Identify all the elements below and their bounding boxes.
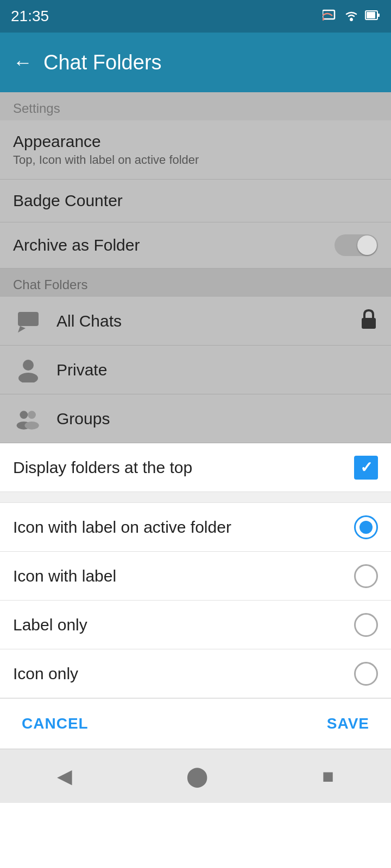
svg-point-10 xyxy=(18,373,38,382)
folder-row-all-chats[interactable]: All Chats xyxy=(0,297,391,346)
person-icon xyxy=(13,355,43,385)
cancel-button[interactable]: CANCEL xyxy=(22,715,89,732)
radio-button-1[interactable] xyxy=(354,564,378,588)
nav-back-button[interactable]: ◀ xyxy=(57,765,72,788)
display-folders-top-label: Display folders at the top xyxy=(13,458,192,477)
radio-button-2[interactable] xyxy=(354,613,378,637)
nav-home-button[interactable]: ⬤ xyxy=(186,765,208,788)
status-icons xyxy=(323,8,380,24)
radio-row-icon-only[interactable]: Icon only xyxy=(0,649,391,698)
options-area: Display folders at the top ✓ Icon with l… xyxy=(0,443,391,749)
radio-label-0: Icon with label on active folder xyxy=(13,518,231,537)
settings-area: Settings Appearance Top, Icon with label… xyxy=(0,92,391,269)
wifi-icon xyxy=(343,9,360,24)
display-folders-checkbox[interactable]: ✓ xyxy=(354,456,378,480)
badge-counter-title: Badge Counter xyxy=(13,192,123,210)
svg-point-14 xyxy=(24,421,39,429)
group-icon xyxy=(13,404,43,434)
radio-row-label-only[interactable]: Label only xyxy=(0,601,391,649)
save-button[interactable]: SAVE xyxy=(327,715,369,732)
groups-label: Groups xyxy=(56,410,378,428)
back-button[interactable]: ← xyxy=(13,51,33,74)
appearance-row[interactable]: Appearance Top, Icon with label on activ… xyxy=(0,120,391,180)
svg-rect-4 xyxy=(367,12,375,18)
battery-icon xyxy=(365,9,380,24)
svg-marker-7 xyxy=(18,326,26,333)
appearance-subtitle: Top, Icon with label on active folder xyxy=(13,153,199,167)
settings-section-label: Settings xyxy=(0,92,391,120)
toggle-thumb xyxy=(357,235,377,255)
nav-recent-button[interactable]: ■ xyxy=(322,765,334,788)
badge-counter-row[interactable]: Badge Counter xyxy=(0,180,391,222)
svg-point-11 xyxy=(20,411,28,419)
radio-label-3: Icon only xyxy=(13,665,78,683)
lock-icon xyxy=(360,308,378,334)
header: ← Chat Folders xyxy=(0,33,391,92)
status-bar: 21:35 xyxy=(0,0,391,33)
svg-point-2 xyxy=(350,18,353,21)
cast-icon xyxy=(323,8,338,24)
svg-point-9 xyxy=(23,360,34,371)
section-divider xyxy=(0,492,391,503)
all-chats-label: All Chats xyxy=(56,312,360,330)
radio-row-icon-with-label[interactable]: Icon with label xyxy=(0,552,391,601)
archive-as-folder-row[interactable]: Archive as Folder xyxy=(0,222,391,269)
chat-folders-label: Chat Folders xyxy=(0,269,391,297)
private-label: Private xyxy=(56,361,378,379)
radio-label-1: Icon with label xyxy=(13,567,116,585)
status-time: 21:35 xyxy=(11,8,49,25)
folder-row-private[interactable]: Private xyxy=(0,346,391,394)
page-title: Chat Folders xyxy=(43,51,162,74)
svg-rect-6 xyxy=(18,312,39,326)
appearance-title: Appearance xyxy=(13,132,199,151)
chat-folders-section: Chat Folders All Chats Private xyxy=(0,269,391,443)
radio-button-3[interactable] xyxy=(354,662,378,686)
checkmark-icon: ✓ xyxy=(360,458,373,476)
radio-button-0[interactable] xyxy=(354,515,378,539)
archive-toggle[interactable] xyxy=(335,234,378,256)
radio-label-2: Label only xyxy=(13,616,87,634)
folder-row-groups[interactable]: Groups xyxy=(0,394,391,443)
svg-rect-5 xyxy=(377,14,380,17)
archive-as-folder-title: Archive as Folder xyxy=(13,236,140,254)
appearance-text: Appearance Top, Icon with label on activ… xyxy=(13,132,199,167)
chat-icon xyxy=(13,306,43,336)
radio-inner-0 xyxy=(360,521,373,534)
svg-rect-8 xyxy=(362,318,376,329)
nav-bar: ◀ ⬤ ■ xyxy=(0,749,391,803)
svg-point-13 xyxy=(28,411,36,419)
radio-row-icon-with-label-active[interactable]: Icon with label on active folder xyxy=(0,503,391,552)
svg-point-1 xyxy=(323,17,324,21)
display-folders-top-row[interactable]: Display folders at the top ✓ xyxy=(0,443,391,492)
action-bar: CANCEL SAVE xyxy=(0,698,391,749)
